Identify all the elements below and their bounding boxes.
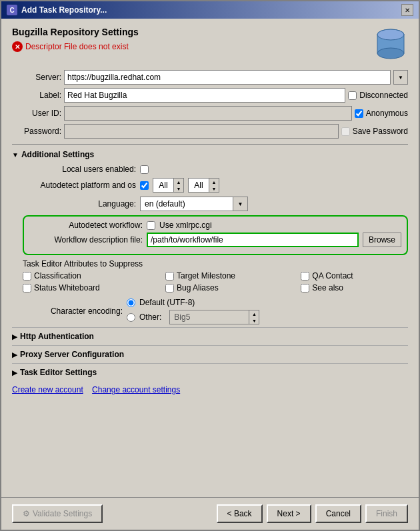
userid-input[interactable] bbox=[64, 106, 352, 121]
workflow-file-input[interactable] bbox=[147, 233, 359, 247]
close-button[interactable]: ✕ bbox=[401, 4, 413, 16]
encoding-label: Character encoding: bbox=[23, 306, 123, 316]
suppress-bug-aliases-label: Bug Aliases bbox=[177, 283, 219, 292]
suppress-section: Task Editor Attributes to Suppress Class… bbox=[23, 259, 408, 292]
anonymous-checkbox-label: Anonymous bbox=[355, 109, 408, 118]
encoding-other-arrows: ▲ ▼ bbox=[249, 310, 259, 324]
database-icon bbox=[373, 27, 408, 61]
disconnected-checkbox[interactable] bbox=[348, 91, 357, 100]
suppress-qa-contact-checkbox[interactable] bbox=[301, 272, 309, 280]
suppress-status-whiteboard: Status Whiteboard bbox=[23, 283, 155, 292]
suppress-classification: Classification bbox=[23, 271, 155, 280]
encoding-other-label: Other: bbox=[139, 312, 161, 322]
content-area: Bugzilla Repository Settings ✕ Descripto… bbox=[1, 19, 419, 497]
anonymous-checkbox[interactable] bbox=[355, 109, 363, 118]
http-auth-section[interactable]: ▶ Http Authentication bbox=[12, 327, 408, 345]
suppress-see-also-checkbox[interactable] bbox=[301, 284, 309, 292]
suppress-target-milestone-checkbox[interactable] bbox=[165, 272, 174, 280]
http-auth-triangle: ▶ bbox=[12, 333, 17, 340]
additional-settings: ▼ Additional Settings Local users enable… bbox=[12, 144, 408, 324]
suppress-classification-checkbox[interactable] bbox=[23, 272, 31, 280]
encoding-default-row: Default (UTF-8) bbox=[127, 298, 259, 307]
spinbox-all2-input[interactable] bbox=[189, 179, 209, 192]
language-dropdown-btn[interactable]: ▼ bbox=[233, 197, 248, 211]
spinbox-all1-input[interactable] bbox=[153, 179, 173, 192]
change-settings-link[interactable]: Change account settings bbox=[92, 385, 180, 394]
error-message: Descriptor File does not exist bbox=[25, 42, 129, 51]
additional-settings-title: Additional Settings bbox=[21, 150, 94, 159]
title-bar: C Add Task Repository... ✕ bbox=[1, 1, 419, 19]
task-editor-header[interactable]: ▶ Task Editor Settings bbox=[12, 368, 408, 377]
local-users-label: Local users enabled: bbox=[23, 165, 136, 174]
encoding-default-label: Default (UTF-8) bbox=[139, 298, 195, 307]
http-auth-header[interactable]: ▶ Http Authentication bbox=[12, 332, 408, 341]
encoding-other-row: Other: ▲ ▼ bbox=[127, 310, 259, 324]
proxy-header[interactable]: ▶ Proxy Server Configuration bbox=[12, 350, 408, 359]
spinbox-all1-up[interactable]: ▲ bbox=[174, 179, 183, 185]
additional-settings-header[interactable]: ▼ Additional Settings bbox=[12, 150, 408, 159]
db-icon-area bbox=[373, 27, 408, 63]
encoding-other-up[interactable]: ▲ bbox=[249, 310, 259, 317]
suppress-see-also-label: See also bbox=[312, 283, 343, 292]
spinbox-all2-up[interactable]: ▲ bbox=[209, 179, 219, 185]
local-users-checkbox[interactable] bbox=[140, 165, 149, 174]
label-input[interactable] bbox=[64, 88, 345, 103]
disconnected-label: Disconnected bbox=[359, 91, 408, 100]
svg-point-3 bbox=[377, 29, 404, 40]
suppress-bug-aliases-checkbox[interactable] bbox=[165, 284, 174, 292]
task-editor-section[interactable]: ▶ Task Editor Settings bbox=[12, 363, 408, 381]
encoding-other-input[interactable] bbox=[169, 310, 249, 324]
autodetect-checkbox[interactable] bbox=[140, 181, 149, 190]
proxy-section[interactable]: ▶ Proxy Server Configuration bbox=[12, 345, 408, 363]
nav-buttons: < Back Next > Cancel Finish bbox=[217, 504, 408, 523]
http-auth-title: Http Authentication bbox=[20, 332, 94, 341]
header-area: Bugzilla Repository Settings ✕ Descripto… bbox=[12, 27, 408, 63]
window-title: Add Task Repository... bbox=[21, 5, 107, 15]
language-input[interactable] bbox=[140, 197, 233, 211]
create-account-link[interactable]: Create new account bbox=[12, 385, 83, 394]
spinbox-all2: ▲ ▼ bbox=[188, 178, 219, 193]
local-users-row: Local users enabled: bbox=[23, 165, 408, 174]
autodetect-workflow-checkbox[interactable] bbox=[147, 221, 155, 230]
suppress-status-whiteboard-checkbox[interactable] bbox=[23, 284, 31, 292]
autodetect-row: Autodetect platform and os ▲ ▼ bbox=[23, 178, 408, 193]
save-password-checkbox[interactable] bbox=[341, 127, 350, 136]
save-password-label: Save Password bbox=[353, 127, 408, 136]
server-dropdown-btn[interactable]: ▼ bbox=[393, 70, 408, 85]
encoding-default-radio[interactable] bbox=[127, 298, 135, 307]
suppress-qa-contact-label: QA Contact bbox=[312, 271, 353, 280]
finish-button[interactable]: Finish bbox=[365, 504, 408, 523]
spinbox-all1-down[interactable]: ▼ bbox=[174, 185, 183, 192]
browse-button[interactable]: Browse bbox=[363, 233, 401, 247]
suppress-target-milestone: Target Milestone bbox=[165, 271, 290, 280]
autodetect-workflow-row: Autodetect workflow: Use xmlrpc.cgi bbox=[29, 221, 401, 230]
use-xmlrpc-label: Use xmlrpc.cgi bbox=[159, 221, 212, 230]
proxy-triangle: ▶ bbox=[12, 351, 17, 358]
workflow-file-label: Workflow description file: bbox=[29, 235, 143, 245]
suppress-status-whiteboard-label: Status Whiteboard bbox=[34, 283, 100, 292]
encoding-other-radio[interactable] bbox=[127, 313, 135, 322]
userid-label: User ID: bbox=[12, 109, 61, 118]
userid-row: User ID: Anonymous bbox=[12, 106, 408, 121]
language-row: Language: ▼ bbox=[23, 197, 408, 211]
bottom-buttons: ⚙ Validate Settings < Back Next > Cancel… bbox=[1, 497, 419, 530]
password-input[interactable] bbox=[64, 124, 339, 139]
back-button[interactable]: < Back bbox=[217, 504, 263, 523]
task-editor-triangle: ▶ bbox=[12, 369, 17, 376]
next-button[interactable]: Next > bbox=[267, 504, 311, 523]
cancel-button[interactable]: Cancel bbox=[315, 504, 361, 523]
header-left: Bugzilla Repository Settings ✕ Descripto… bbox=[12, 27, 139, 60]
workflow-file-row: Workflow description file: Browse bbox=[29, 233, 401, 247]
svg-point-2 bbox=[377, 48, 404, 59]
proxy-title: Proxy Server Configuration bbox=[20, 350, 124, 359]
suppress-see-also: See also bbox=[301, 283, 408, 292]
suppress-bug-aliases: Bug Aliases bbox=[165, 283, 290, 292]
suppress-title: Task Editor Attributes to Suppress bbox=[23, 259, 408, 268]
spinbox-all2-arrows: ▲ ▼ bbox=[209, 179, 219, 192]
validate-button[interactable]: ⚙ Validate Settings bbox=[12, 504, 103, 523]
title-bar-left: C Add Task Repository... bbox=[7, 5, 107, 15]
encoding-section: Character encoding: Default (UTF-8) Othe… bbox=[23, 298, 408, 324]
spinbox-all2-down[interactable]: ▼ bbox=[209, 185, 219, 192]
server-input[interactable] bbox=[64, 70, 391, 85]
encoding-other-down[interactable]: ▼ bbox=[249, 317, 259, 324]
